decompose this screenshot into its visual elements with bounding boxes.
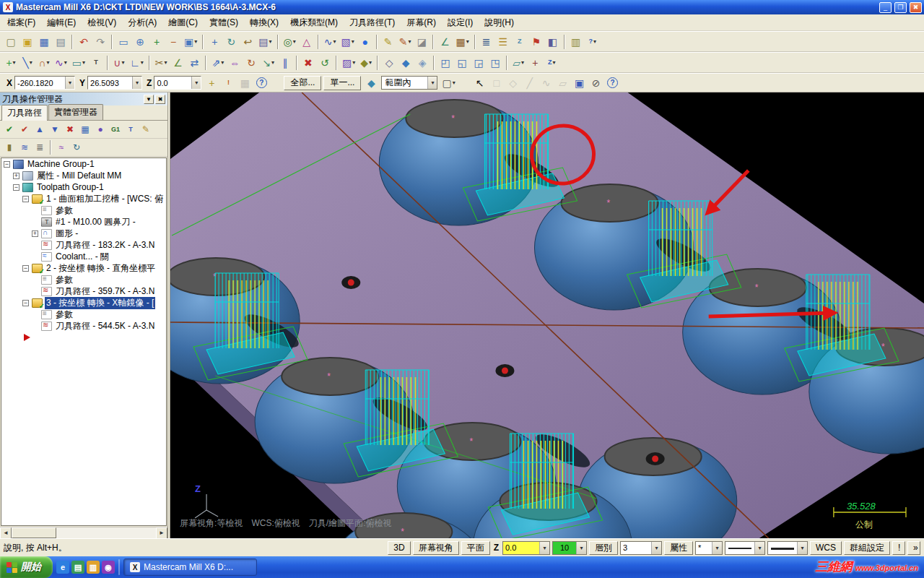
zoom-target-icon[interactable]: ⊕ [132, 34, 148, 50]
select-associated-icon[interactable]: ✔ [17, 122, 32, 137]
create-line-icon[interactable]: ╲▾ [19, 55, 35, 71]
pan-icon[interactable]: + [206, 34, 222, 50]
color-combo[interactable]: 10▾ [552, 541, 587, 555]
zoom-out-icon[interactable]: − [165, 34, 181, 50]
save-icon[interactable]: ▦ [36, 34, 52, 50]
menu-item[interactable]: 繪圖(C) [162, 15, 204, 30]
y-input[interactable]: 26.5093▾ [87, 76, 142, 90]
select-all-button[interactable]: 全部... [284, 76, 321, 90]
zoom-window-icon[interactable]: ▭ [116, 34, 131, 50]
ie-icon[interactable]: e [56, 561, 69, 574]
zoom-in-icon[interactable]: + [149, 34, 165, 50]
tree-item[interactable]: −✓1 - 曲面粗加工挖槽 - [WCS: 俯 [1, 193, 166, 204]
start-button[interactable]: 開始 [0, 556, 53, 578]
line-style-combo[interactable]: ▾ [725, 541, 765, 555]
tree-item[interactable]: #1 - M10.00 圓鼻刀 - [1, 216, 166, 228]
post-g1-icon[interactable]: G1 [108, 122, 123, 137]
gview-side-icon[interactable]: ◲ [471, 55, 487, 71]
menu-item[interactable]: 分析(A) [122, 15, 162, 30]
tab-solids[interactable]: 實體管理器 [48, 104, 103, 120]
tree-item[interactable]: +圖形 - [1, 228, 166, 239]
select-mask-icon[interactable]: ▣ [572, 75, 588, 91]
measure-icon[interactable]: ∠ [437, 34, 453, 50]
inside-select-icon[interactable]: ▢▾ [440, 75, 457, 91]
xform-offset-icon[interactable]: ∥ [277, 55, 293, 71]
maximize-button[interactable]: ❐ [894, 2, 907, 13]
create-point-icon[interactable]: +▾ [3, 55, 19, 71]
previous-view-icon[interactable]: ↩ [240, 34, 256, 50]
render-sphere-icon[interactable]: ● [357, 34, 373, 50]
tree-expander[interactable]: − [13, 184, 19, 191]
groups-button[interactable]: 群組設定 [844, 541, 890, 555]
y-spinner[interactable]: ▾ [132, 77, 141, 89]
tree-item[interactable]: 刀具路徑 - 544.5K - A-3.N [1, 320, 166, 332]
create-rect-icon[interactable]: ▭▾ [70, 55, 87, 71]
close-button[interactable]: ✖ [910, 2, 922, 13]
tree-item[interactable]: −✓3 - 按坐標 轉換 - X軸鏡像 - [ [1, 297, 166, 309]
help-icon[interactable]: ?▾ [585, 34, 601, 50]
gview-button[interactable]: 屏幕視角 [413, 541, 459, 555]
zoom-fit-icon[interactable]: ▣▾ [182, 34, 199, 50]
select-all-operations-icon[interactable]: ✔ [2, 122, 17, 137]
analyze-dynamic-icon[interactable]: △ [299, 34, 315, 50]
xform-translate-icon[interactable]: ⇗▾ [209, 55, 226, 71]
tab-toolpaths[interactable]: 刀具路徑 [1, 105, 48, 121]
solids-tools-icon[interactable]: ◆▾ [358, 55, 374, 71]
viewport-canvas[interactable]: ********** 35.528 公制 [170, 92, 924, 538]
select-last-icon[interactable]: ◆ [363, 75, 379, 91]
open-file-icon[interactable]: ▣ [19, 34, 35, 50]
z-spinner[interactable]: ▾ [191, 77, 201, 89]
tree-item[interactable]: +屬性 - Mill Default MM [1, 170, 166, 181]
redo-icon[interactable]: ↷ [92, 34, 108, 50]
insert-down-icon[interactable]: ▼ [48, 122, 62, 137]
delete-entities-icon[interactable]: ✖ [300, 55, 316, 71]
undelete-icon[interactable]: ↺ [317, 55, 333, 71]
analyze-position-icon[interactable]: ◎▾ [282, 34, 298, 50]
media-player-icon[interactable]: ◉ [102, 561, 115, 574]
regen-icon[interactable]: ↻ [69, 140, 84, 155]
xform-scale-icon[interactable]: ↘▾ [260, 55, 276, 71]
surface-tools-icon[interactable]: ▧▾ [339, 34, 356, 50]
named-views-icon[interactable]: ▤▾ [256, 34, 274, 50]
scroll-thumb[interactable] [12, 527, 56, 538]
select-cursor-icon[interactable]: ↖ [472, 75, 488, 91]
show-desktop-icon[interactable]: ▤ [71, 561, 84, 574]
z-depth-icon[interactable]: Z [512, 34, 528, 50]
xform-mirror-icon[interactable]: ⇔ [227, 55, 243, 71]
cplane-icon[interactable]: ▱▾ [510, 55, 526, 71]
menu-item[interactable]: 實體(S) [204, 15, 244, 30]
create-arc-icon[interactable]: ∩▾ [36, 55, 52, 71]
select-single-button[interactable]: 單一... [323, 76, 361, 90]
scroll-track[interactable] [12, 527, 156, 538]
chamfer-icon[interactable]: ∟▾ [128, 55, 146, 71]
menu-item[interactable]: 屏幕(R) [401, 15, 442, 30]
create-text-icon[interactable]: T [88, 55, 104, 71]
menu-item[interactable]: 檢視(V) [82, 15, 122, 30]
grid-icon[interactable]: ▦▾ [453, 34, 471, 50]
wcs-button[interactable]: WCS [810, 541, 842, 555]
alert-button[interactable]: ! [892, 541, 905, 555]
menu-item[interactable]: 刀具路徑(T) [344, 15, 401, 30]
attributes-icon[interactable]: ◧ [545, 34, 561, 50]
translucent-display-icon[interactable]: ◈ [414, 55, 430, 71]
x-spinner[interactable]: ▾ [65, 77, 74, 89]
display-options-icon[interactable]: ≈ [54, 140, 69, 155]
viewsheets-icon[interactable]: ▥ [568, 34, 584, 50]
folder-icon[interactable]: ▥ [87, 561, 100, 574]
level-button[interactable]: 層別 [589, 541, 618, 555]
insert-up-icon[interactable]: ▲ [32, 122, 47, 137]
shaded-display-icon[interactable]: ◆ [398, 55, 414, 71]
tree-item[interactable]: 刀具路徑 - 359.7K - A-3.N [1, 285, 166, 297]
z-depth-combo[interactable]: 0.0▾ [502, 541, 550, 555]
tree-insert-marker[interactable] [1, 332, 166, 343]
tree-expander[interactable]: + [13, 173, 19, 179]
graphics-viewport[interactable]: ********** 35.528 公制 [170, 92, 924, 538]
more-button[interactable]: » [907, 541, 920, 555]
menu-item[interactable]: 設定(I) [442, 15, 479, 30]
pencil-icon[interactable]: ✎ [380, 34, 396, 50]
level-combo[interactable]: 3▾ [620, 541, 662, 555]
menu-item[interactable]: 轉換(X) [244, 15, 284, 30]
tree-item[interactable]: −Toolpath Group-1 [1, 181, 166, 193]
minimize-button[interactable]: _ [879, 2, 892, 13]
levels-manager-icon[interactable]: ≣ [479, 34, 494, 50]
